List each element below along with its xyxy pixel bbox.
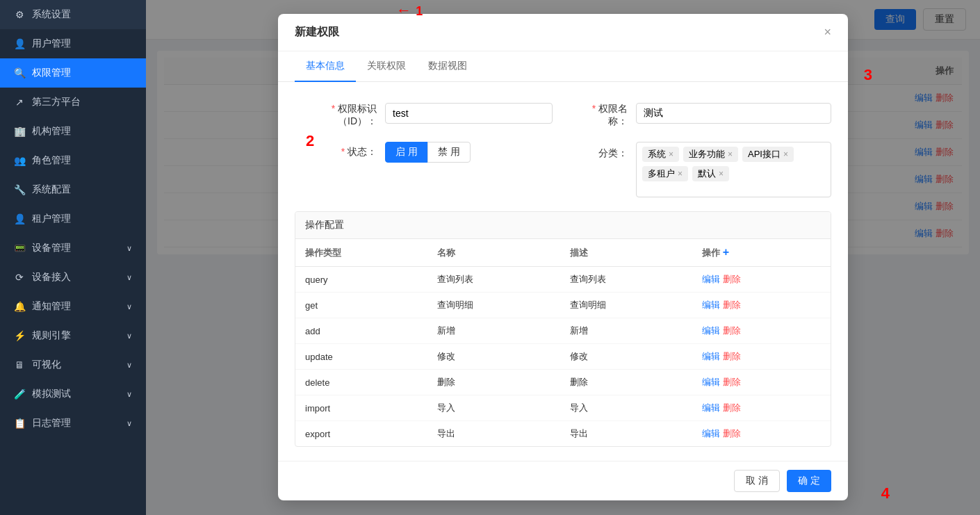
sidebar-item-system-config[interactable]: 🔧 系统配置 xyxy=(0,175,146,204)
sidebar-item-system-settings[interactable]: ⚙ 系统设置 xyxy=(0,0,146,29)
op-type: delete xyxy=(295,370,427,395)
op-type: add xyxy=(295,318,427,344)
visualization-icon: 🖥 xyxy=(14,359,25,370)
id-label: * 权限标识（ID）： xyxy=(295,99,385,128)
chevron-down-icon: ∨ xyxy=(126,244,132,253)
sidebar-item-visualization[interactable]: 🖥 可视化 ∨ xyxy=(0,350,146,379)
edit-op-link[interactable]: 编辑 xyxy=(702,377,720,387)
sidebar-item-notification[interactable]: 🔔 通知管理 ∨ xyxy=(0,292,146,321)
cancel-button[interactable]: 取 消 xyxy=(734,470,780,492)
operation-config-section: 操作配置 操作类型 名称 描述 操作 + quer xyxy=(295,211,831,447)
chevron-down-icon: ∨ xyxy=(126,361,132,370)
tag-label: 业务功能 xyxy=(689,148,725,161)
col-ops: 操作 + xyxy=(692,239,831,267)
main-content: 查询 重置 操作 编辑 删除 编辑 删除 编 xyxy=(146,0,980,515)
table-row: delete 删除 删除 编辑 删除 xyxy=(295,370,831,395)
notification-icon: 🔔 xyxy=(14,301,25,312)
sidebar-item-label: 角色管理 xyxy=(32,154,71,167)
table-row: get 查询明细 查询明细 编辑 删除 xyxy=(295,293,831,318)
permission-id-input[interactable] xyxy=(385,103,553,124)
sidebar-item-org-management[interactable]: 🏢 机构管理 xyxy=(0,117,146,146)
sidebar-item-log-management[interactable]: 📋 日志管理 ∨ xyxy=(0,409,146,438)
sidebar-item-device-access[interactable]: ⟳ 设备接入 ∨ xyxy=(0,263,146,292)
sidebar-item-user-management[interactable]: 👤 用户管理 xyxy=(0,29,146,58)
permission-name-input[interactable] xyxy=(636,103,831,124)
delete-op-link[interactable]: 删除 xyxy=(723,402,741,413)
modal-tabs: 基本信息 关联权限 数据视图 xyxy=(278,51,848,82)
modal-overlay: 新建权限 × 基本信息 关联权限 数据视图 * 权限标识（ID）： xyxy=(146,0,980,515)
sidebar: ⚙ 系统设置 👤 用户管理 🔍 权限管理 ↗ 第三方平台 🏢 机构管理 👥 角色… xyxy=(0,0,146,515)
device-access-icon: ⟳ xyxy=(14,272,25,283)
op-name: 删除 xyxy=(427,370,560,395)
tag-label: API接口 xyxy=(748,148,781,161)
edit-op-link[interactable]: 编辑 xyxy=(702,274,720,284)
user-icon: 👤 xyxy=(14,38,25,49)
tab-related-permission[interactable]: 关联权限 xyxy=(356,51,417,82)
tag-multitenant: 多租户 × xyxy=(642,166,688,181)
op-desc: 查询列表 xyxy=(560,267,692,293)
device-icon: 📟 xyxy=(14,243,25,254)
op-type: query xyxy=(295,267,427,293)
edit-op-link[interactable]: 编辑 xyxy=(702,325,720,336)
edit-op-link[interactable]: 编辑 xyxy=(702,428,720,439)
rule-icon: ⚡ xyxy=(14,330,25,341)
op-type: export xyxy=(295,421,427,447)
tag-close-button[interactable]: × xyxy=(678,169,683,179)
sidebar-item-role-management[interactable]: 👥 角色管理 xyxy=(0,146,146,175)
tag-default: 默认 × xyxy=(692,166,729,181)
op-name: 查询列表 xyxy=(427,267,560,293)
tab-basic-info[interactable]: 基本信息 xyxy=(295,51,356,82)
modal-title: 新建权限 xyxy=(295,25,339,40)
tab-data-view[interactable]: 数据视图 xyxy=(417,51,478,82)
edit-op-link[interactable]: 编辑 xyxy=(702,300,720,310)
delete-op-link[interactable]: 删除 xyxy=(723,274,741,284)
sidebar-item-device-management[interactable]: 📟 设备管理 ∨ xyxy=(0,234,146,263)
sidebar-item-label: 设备接入 xyxy=(32,271,71,284)
modal-close-button[interactable]: × xyxy=(824,25,831,40)
tag-close-button[interactable]: × xyxy=(783,149,788,159)
delete-op-link[interactable]: 删除 xyxy=(723,351,741,361)
simulation-icon: 🧪 xyxy=(14,389,25,400)
op-type: get xyxy=(295,293,427,318)
tag-close-button[interactable]: × xyxy=(728,149,733,159)
delete-op-link[interactable]: 删除 xyxy=(723,428,741,439)
create-permission-modal: 新建权限 × 基本信息 关联权限 数据视图 * 权限标识（ID）： xyxy=(278,14,848,500)
name-label: * 权限名称： xyxy=(573,99,636,128)
col-desc: 描述 xyxy=(560,239,692,267)
tag-label: 默认 xyxy=(698,167,716,180)
op-name: 修改 xyxy=(427,344,560,370)
edit-op-link[interactable]: 编辑 xyxy=(702,402,720,413)
op-desc: 查询明细 xyxy=(560,293,692,318)
sidebar-item-simulation[interactable]: 🧪 模拟测试 ∨ xyxy=(0,379,146,409)
search-icon: 🔍 xyxy=(14,67,25,79)
status-enable-button[interactable]: 启 用 xyxy=(385,142,428,163)
add-row-button[interactable]: + xyxy=(723,246,729,258)
tag-close-button[interactable]: × xyxy=(719,169,724,179)
tag-business: 业务功能 × xyxy=(683,147,738,162)
role-icon: 👥 xyxy=(14,155,25,166)
delete-op-link[interactable]: 删除 xyxy=(723,325,741,336)
op-config-table: 操作类型 名称 描述 操作 + query 查询列表 查询列表 xyxy=(295,239,831,446)
sidebar-item-third-party[interactable]: ↗ 第三方平台 xyxy=(0,88,146,117)
status-disable-button[interactable]: 禁 用 xyxy=(427,142,471,163)
tag-label: 多租户 xyxy=(648,167,675,180)
status-group: 启 用 禁 用 xyxy=(385,142,471,163)
sidebar-item-rule-engine[interactable]: ⚡ 规则引擎 ∨ xyxy=(0,321,146,350)
delete-op-link[interactable]: 删除 xyxy=(723,377,741,387)
table-row: import 导入 导入 编辑 删除 xyxy=(295,395,831,421)
gear-icon: ⚙ xyxy=(14,9,25,20)
confirm-button[interactable]: 确 定 xyxy=(787,470,831,492)
table-row: query 查询列表 查询列表 编辑 删除 xyxy=(295,267,831,293)
tag-label: 系统 xyxy=(648,148,666,161)
col-name: 名称 xyxy=(427,239,560,267)
delete-op-link[interactable]: 删除 xyxy=(723,300,741,310)
required-star: * xyxy=(332,103,335,114)
tag-close-button[interactable]: × xyxy=(669,149,673,159)
chevron-down-icon: ∨ xyxy=(126,419,132,428)
edit-op-link[interactable]: 编辑 xyxy=(702,351,720,361)
sidebar-item-tenant-management[interactable]: 👤 租户管理 xyxy=(0,204,146,234)
table-row: export 导出 导出 编辑 删除 xyxy=(295,421,831,447)
op-desc: 新增 xyxy=(560,318,692,344)
sidebar-item-permission-management[interactable]: 🔍 权限管理 xyxy=(0,58,146,88)
op-type: update xyxy=(295,344,427,370)
